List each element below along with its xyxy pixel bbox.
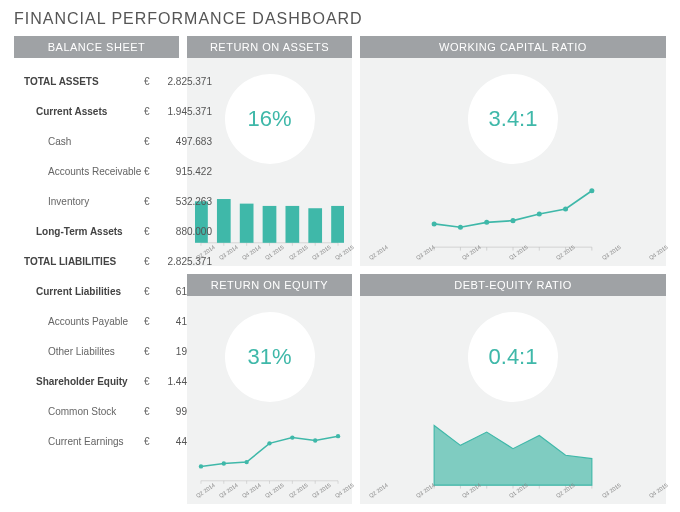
balance-value: 532.263: [160, 196, 218, 207]
svg-point-174: [336, 434, 340, 438]
card-body-roe: 31% Q2 2014Q3 2014Q4 2014Q1 2015Q2 2015Q…: [187, 296, 352, 504]
svg-rect-9: [217, 199, 231, 243]
card-header-wcr: WORKING CAPITAL RATIO: [360, 36, 666, 58]
balance-value: 2.825.371: [160, 256, 218, 267]
kpi-value-roe: 31%: [247, 344, 291, 370]
kpi-value-roa: 16%: [247, 106, 291, 132]
balance-label: Accounts Payable: [24, 316, 144, 327]
currency-symbol: €: [144, 406, 160, 417]
currency-symbol: €: [144, 136, 160, 147]
balance-value: 1.945.371: [160, 106, 218, 117]
balance-label: Accounts Receivable: [24, 166, 144, 177]
currency-symbol: €: [144, 196, 160, 207]
balance-row: Other Liabilites€191.941: [24, 336, 169, 366]
card-balance-sheet: BALANCE SHEET TOTAL ASSETS€2.825.371Curr…: [14, 36, 179, 504]
currency-symbol: €: [144, 256, 160, 267]
currency-symbol: €: [144, 106, 160, 117]
balance-row: Accounts Payable€418.166: [24, 306, 169, 336]
currency-symbol: €: [144, 166, 160, 177]
svg-point-26: [510, 218, 515, 223]
balance-row: Current Earnings€447.870: [24, 426, 169, 456]
svg-point-28: [563, 207, 568, 212]
svg-rect-13: [308, 208, 322, 243]
kpi-value-wcr: 3.4:1: [489, 106, 538, 132]
svg-point-173: [313, 438, 317, 442]
balance-label: TOTAL ASSETS: [24, 76, 144, 87]
balance-label: Current Earnings: [24, 436, 144, 447]
currency-symbol: €: [144, 316, 160, 327]
card-header-roe: RETURN ON EQUITY: [187, 274, 352, 296]
balance-row: Current Liabilities€610.106: [24, 276, 169, 306]
currency-symbol: €: [144, 286, 160, 297]
x-axis-roe: Q2 2014Q3 2014Q4 2014Q1 2015Q2 2015Q3 20…: [195, 494, 344, 500]
balance-label: Other Liabilites: [24, 346, 144, 357]
balance-value: 497.683: [160, 136, 218, 147]
kpi-circle-roe: 31%: [225, 312, 315, 402]
bar-chart-roa: [195, 174, 344, 254]
svg-rect-10: [240, 204, 254, 243]
balance-label: Shareholder Equity: [24, 376, 144, 387]
balance-row: Common Stock€998.750: [24, 396, 169, 426]
svg-point-29: [589, 188, 594, 193]
line-chart-wcr: [368, 174, 658, 254]
card-header-der: DEBT-EQUITY RATIO: [360, 274, 666, 296]
balance-value: 2.825.371: [160, 76, 218, 87]
svg-point-169: [222, 461, 226, 465]
card-working-capital-ratio: WORKING CAPITAL RATIO 3.4:1 Q2 2014Q3 20…: [360, 36, 666, 266]
balance-row: Inventory€532.263: [24, 186, 169, 216]
svg-rect-11: [263, 206, 277, 243]
balance-row: Shareholder Equity€1.446.620: [24, 366, 169, 396]
card-body-der: 0.4:1 Q2 2014Q3 2014Q4 2014Q1 2015Q2 201…: [360, 296, 666, 504]
x-axis-wcr: Q2 2014Q3 2014Q4 2014Q1 2015Q2 2015Q3 20…: [368, 256, 658, 262]
card-header-balance: BALANCE SHEET: [14, 36, 179, 58]
currency-symbol: €: [144, 226, 160, 237]
balance-row: Current Assets€1.945.371: [24, 96, 169, 126]
balance-label: Inventory: [24, 196, 144, 207]
balance-label: TOTAL LIABILITIES: [24, 256, 144, 267]
card-debt-equity-ratio: DEBT-EQUITY RATIO 0.4:1 Q2 2014Q3 2014Q4…: [360, 274, 666, 504]
balance-value: 915.422: [160, 166, 218, 177]
balance-row: TOTAL LIABILITIES€2.825.371: [24, 246, 169, 276]
svg-point-23: [432, 221, 437, 226]
balance-row: TOTAL ASSETS€2.825.371: [24, 66, 169, 96]
currency-symbol: €: [144, 346, 160, 357]
balance-row: Long-Term Assets€880.000: [24, 216, 169, 246]
svg-point-168: [199, 464, 203, 468]
card-return-on-equity: RETURN ON EQUITY 31% Q2 2014Q3 2014Q4 20…: [187, 274, 352, 504]
balance-label: Cash: [24, 136, 144, 147]
grid: RETURN ON ASSETS 16% Q2 2014Q3 2014Q4 20…: [14, 36, 666, 504]
balance-label: Current Liabilities: [24, 286, 144, 297]
balance-row: Cash€497.683: [24, 126, 169, 156]
kpi-circle-roa: 16%: [225, 74, 315, 164]
svg-rect-14: [331, 206, 344, 243]
svg-point-24: [458, 225, 463, 230]
svg-point-172: [290, 435, 294, 439]
svg-point-27: [537, 211, 542, 216]
kpi-circle-wcr: 3.4:1: [468, 74, 558, 164]
x-axis-der: Q2 2014Q3 2014Q4 2014Q1 2015Q2 2015Q3 20…: [368, 494, 658, 500]
svg-point-25: [484, 220, 489, 225]
svg-point-170: [244, 460, 248, 464]
svg-point-171: [267, 441, 271, 445]
dashboard: FINANCIAL PERFORMANCE DASHBOARD RETURN O…: [0, 0, 680, 512]
svg-rect-8: [195, 201, 208, 242]
balance-label: Common Stock: [24, 406, 144, 417]
card-header-roa: RETURN ON ASSETS: [187, 36, 352, 58]
line-chart-roe: [195, 412, 344, 492]
balance-body: TOTAL ASSETS€2.825.371Current Assets€1.9…: [14, 66, 179, 456]
page-title: FINANCIAL PERFORMANCE DASHBOARD: [14, 10, 666, 28]
balance-label: Long-Term Assets: [24, 226, 144, 237]
balance-label: Current Assets: [24, 106, 144, 117]
currency-symbol: €: [144, 436, 160, 447]
currency-symbol: €: [144, 76, 160, 87]
currency-symbol: €: [144, 376, 160, 387]
area-chart-der: [368, 412, 658, 492]
kpi-value-der: 0.4:1: [489, 344, 538, 370]
balance-value: 880.000: [160, 226, 218, 237]
svg-rect-12: [285, 206, 299, 243]
card-body-wcr: 3.4:1 Q2 2014Q3 2014Q4 2014Q1 2015Q2 201…: [360, 58, 666, 266]
balance-row: Accounts Receivable€915.422: [24, 156, 169, 186]
kpi-circle-der: 0.4:1: [468, 312, 558, 402]
